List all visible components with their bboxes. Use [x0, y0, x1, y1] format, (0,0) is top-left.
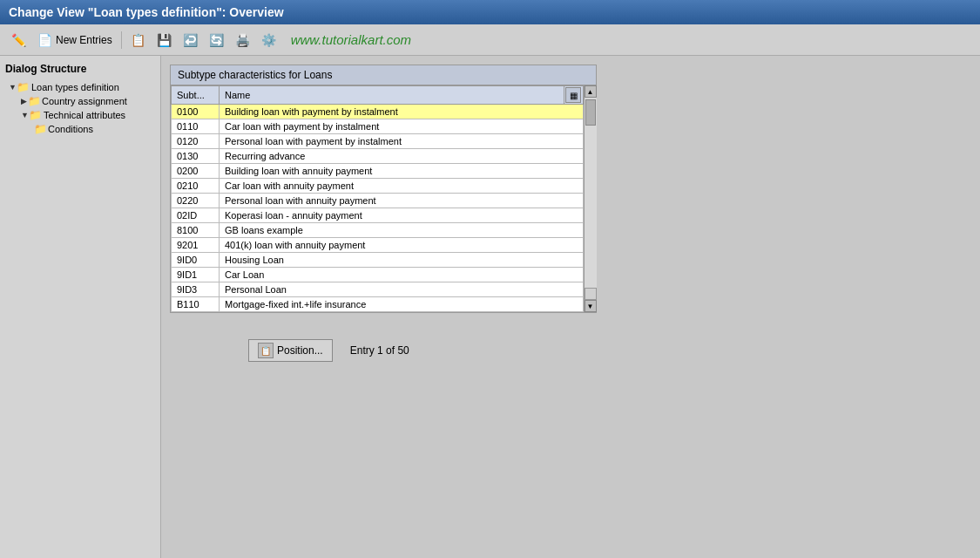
scroll-track	[585, 98, 597, 288]
new-entries-button[interactable]: 📄 New Entries	[33, 31, 116, 50]
sidebar-item-country-assignment[interactable]: ▶ 📁 Country assignment	[19, 94, 157, 108]
column-settings-icon[interactable]: ▦	[565, 87, 581, 103]
cell-name: Koperasi loan - annuity payment	[220, 208, 584, 223]
cell-name: Personal loan with payment by instalment	[220, 134, 584, 149]
sidebar-label-country: Country assignment	[42, 96, 127, 106]
cell-name: Housing Loan	[220, 253, 584, 268]
title-text: Change View "Loan types definition": Ove…	[9, 5, 284, 19]
cell-name: Mortgage-fixed int.+life insurance	[220, 297, 584, 312]
table-row[interactable]: 0220Personal loan with annuity payment	[172, 194, 584, 208]
cell-subtype: 9201	[172, 238, 220, 253]
cell-subtype: 0210	[172, 179, 220, 194]
cell-name: Personal Loan	[220, 282, 584, 297]
table-row[interactable]: 0130Recurring advance	[172, 149, 584, 164]
table-row[interactable]: 0210Car loan with annuity payment	[172, 179, 584, 194]
new-entries-label: New Entries	[56, 34, 112, 46]
cell-name: GB loans example	[220, 223, 584, 238]
content-area: Subtype characteristics for Loans Subt..…	[161, 56, 980, 558]
save-icon: 💾	[157, 32, 172, 48]
refresh-button[interactable]: 🔄	[206, 31, 228, 50]
title-bar: Change View "Loan types definition": Ove…	[0, 0, 980, 24]
toolbar-separator-1	[121, 31, 122, 49]
expand-icon-loan-types: ▼	[9, 83, 17, 92]
cell-name: Car loan with annuity payment	[220, 179, 584, 194]
settings-icon: ⚙️	[261, 32, 277, 48]
table-row[interactable]: 9ID3Personal Loan	[172, 282, 584, 297]
sidebar-item-loan-types[interactable]: ▼ 📁 Loan types definition	[7, 80, 157, 94]
cell-subtype: 9ID0	[172, 253, 220, 268]
table-row[interactable]: 9ID0Housing Loan	[172, 253, 584, 268]
cell-name: Car loan with payment by instalment	[220, 119, 584, 134]
cell-name: Car Loan	[220, 268, 584, 282]
table-row[interactable]: 0200Building loan with annuity payment	[172, 164, 584, 179]
scroll-checkbox	[585, 288, 597, 300]
sidebar-label-tech: Technical attributes	[44, 110, 125, 120]
cell-subtype: 0120	[172, 134, 220, 149]
entry-info: Entry 1 of 50	[350, 344, 409, 357]
folder-icon-country: 📁	[28, 95, 40, 107]
panel-header: Subtype characteristics for Loans	[171, 65, 596, 85]
cell-subtype: 0220	[172, 194, 220, 208]
undo-button[interactable]: ↩️	[179, 31, 202, 50]
table-row[interactable]: B110Mortgage-fixed int.+life insurance	[172, 297, 584, 312]
sidebar-item-technical-attributes[interactable]: ▼ 📁 Technical attributes	[19, 108, 157, 122]
main-area: Dialog Structure ▼ 📁 Loan types definiti…	[0, 56, 980, 558]
save-button[interactable]: 💾	[153, 31, 176, 50]
copy-button[interactable]: 📋	[127, 31, 150, 50]
scroll-thumb[interactable]	[585, 99, 596, 126]
table-row[interactable]: 8100GB loans example	[172, 223, 584, 238]
watermark: www.tutorialkart.com	[291, 32, 411, 47]
cell-name: 401(k) loan with annuity payment	[220, 238, 584, 253]
table-row[interactable]: 9201401(k) loan with annuity payment	[172, 238, 584, 253]
panel: Subtype characteristics for Loans Subt..…	[170, 65, 597, 313]
col-header-subtype: Subt...	[172, 86, 220, 105]
table-row[interactable]: 02IDKoperasi loan - annuity payment	[172, 208, 584, 223]
cell-subtype: 0100	[172, 105, 220, 119]
scroll-up-btn[interactable]: ▲	[585, 85, 597, 98]
edit-icon: ✏️	[10, 32, 26, 48]
toolbar: ✏️ 📄 New Entries 📋 💾 ↩️ 🔄 🖨️ ⚙️ www.tuto…	[0, 24, 980, 56]
print-button[interactable]: 🖨️	[232, 31, 254, 50]
position-label: Position...	[277, 344, 323, 357]
position-icon: 📋	[258, 343, 274, 358]
print-icon: 🖨️	[235, 32, 251, 48]
bottom-bar: 📋 Position... Entry 1 of 50	[248, 339, 409, 362]
cell-subtype: 9ID3	[172, 282, 220, 297]
sidebar-label-conditions: Conditions	[48, 124, 93, 134]
cell-subtype: 0200	[172, 164, 220, 179]
scroll-down-btn[interactable]: ▼	[585, 300, 597, 312]
edit-button[interactable]: ✏️	[7, 31, 30, 50]
col-icon-header[interactable]: ▦	[564, 86, 584, 105]
undo-icon: ↩️	[183, 32, 199, 48]
settings-button[interactable]: ⚙️	[258, 31, 280, 50]
cell-name: Building loan with annuity payment	[220, 164, 584, 179]
cell-subtype: 02ID	[172, 208, 220, 223]
sidebar-item-conditions[interactable]: 📁 Conditions	[31, 122, 157, 136]
folder-icon-tech: 📁	[30, 109, 42, 121]
cell-subtype: 8100	[172, 223, 220, 238]
table-row[interactable]: 0120Personal loan with payment by instal…	[172, 134, 584, 149]
refresh-icon: 🔄	[209, 32, 225, 48]
table-row[interactable]: 0100Building loan with payment by instal…	[172, 105, 584, 119]
cell-subtype: 0110	[172, 119, 220, 134]
sidebar-title: Dialog Structure	[3, 63, 157, 75]
expand-icon-country: ▶	[21, 97, 27, 105]
new-entries-icon: 📄	[37, 32, 52, 48]
sidebar: Dialog Structure ▼ 📁 Loan types definiti…	[0, 56, 161, 558]
cell-subtype: B110	[172, 297, 220, 312]
table-row[interactable]: 9ID1Car Loan	[172, 268, 584, 282]
expand-icon-tech: ▼	[21, 111, 29, 119]
cell-subtype: 9ID1	[172, 268, 220, 282]
scrollbar[interactable]: ▲ ▼	[584, 85, 596, 312]
folder-icon-loan-types: 📁	[17, 81, 30, 93]
cell-name: Building loan with payment by instalment	[220, 105, 584, 119]
cell-name: Personal loan with annuity payment	[220, 194, 584, 208]
cell-name: Recurring advance	[220, 149, 584, 164]
folder-icon-conditions: 📁	[34, 123, 46, 135]
copy-icon: 📋	[131, 32, 146, 48]
position-button[interactable]: 📋 Position...	[248, 339, 333, 362]
table-row[interactable]: 0110Car loan with payment by instalment	[172, 119, 584, 134]
cell-subtype: 0130	[172, 149, 220, 164]
sidebar-label-loan-types: Loan types definition	[31, 82, 119, 92]
data-table: Subt... Name ▦ 0100Building loan with pa…	[171, 85, 584, 312]
